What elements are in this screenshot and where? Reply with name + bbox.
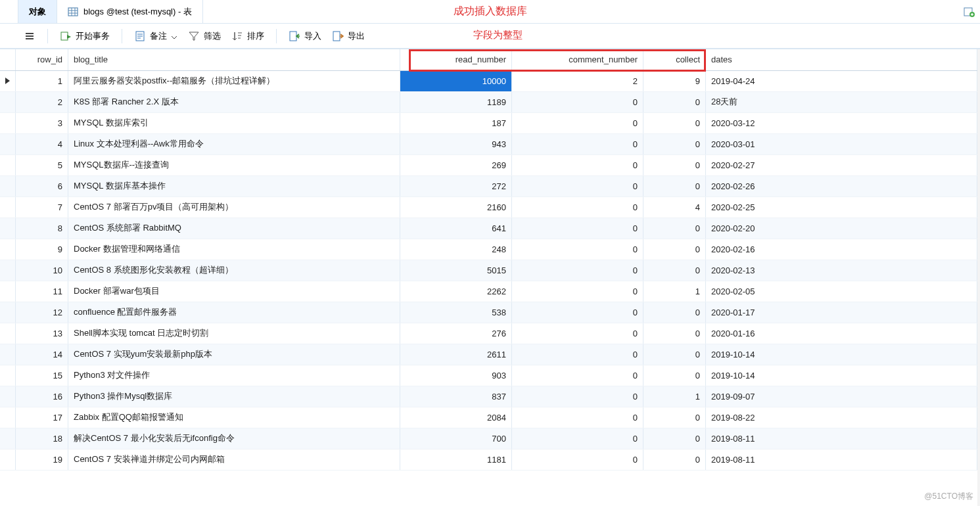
cell-blog-title[interactable]: CentOS 8 系统图形化安装教程（超详细） [68,260,400,281]
table-row[interactable]: 13Shell脚本实现 tomcat 日志定时切割276002020-01-16 [0,323,977,344]
cell-blog-title[interactable]: MYSQL 数据库基本操作 [68,175,400,196]
begin-transaction-button[interactable]: 开始事务 [55,28,115,45]
cell-comment-number[interactable]: 0 [512,260,643,281]
cell-row-id[interactable]: 6 [16,175,68,196]
cell-read-number[interactable]: 269 [400,154,512,175]
cell-read-number[interactable]: 187 [400,112,512,133]
cell-row-id[interactable]: 7 [16,196,68,218]
table-row[interactable]: 9Docker 数据管理和网络通信248002020-02-16 [0,239,977,260]
col-comment-number[interactable]: comment_number [512,49,643,70]
cell-collect[interactable]: 0 [643,175,706,196]
cell-collect[interactable]: 0 [643,218,706,239]
cell-collect[interactable]: 0 [643,344,706,365]
cell-collect[interactable]: 0 [643,112,706,133]
col-blog-title[interactable]: blog_title [68,49,400,70]
table-row[interactable]: 8CentOS 系统部署 RabbitMQ641002020-02-20 [0,218,977,239]
cell-comment-number[interactable]: 0 [512,449,643,470]
col-collect[interactable]: collect [643,49,706,70]
cell-collect[interactable]: 0 [643,133,706,154]
cell-dates[interactable]: 2019-10-14 [706,344,977,365]
col-row-id[interactable]: row_id [16,49,68,70]
cell-read-number[interactable]: 248 [400,239,512,260]
table-row[interactable]: 3MYSQL 数据库索引187002020-03-12 [0,112,977,133]
cell-comment-number[interactable]: 0 [512,365,643,386]
cell-blog-title[interactable]: Linux 文本处理利器--Awk常用命令 [68,133,400,154]
cell-row-id[interactable]: 19 [16,449,68,470]
table-row[interactable]: 5MYSQL数据库--连接查询269002020-02-27 [0,154,977,175]
table-row[interactable]: 10CentOS 8 系统图形化安装教程（超详细）5015002020-02-1… [0,260,977,281]
cell-collect[interactable]: 0 [643,154,706,175]
cell-row-id[interactable]: 17 [16,407,68,428]
cell-comment-number[interactable]: 0 [512,239,643,260]
cell-read-number[interactable]: 5015 [400,260,512,281]
cell-comment-number[interactable]: 0 [512,154,643,175]
cell-comment-number[interactable]: 0 [512,281,643,302]
table-row[interactable]: 15Python3 对文件操作903002019-10-14 [0,365,977,386]
cell-read-number[interactable]: 641 [400,218,512,239]
cell-comment-number[interactable]: 0 [512,133,643,154]
cell-dates[interactable]: 2020-02-27 [706,154,977,175]
cell-dates[interactable]: 2020-02-13 [706,260,977,281]
cell-comment-number[interactable]: 0 [512,112,643,133]
cell-read-number[interactable]: 2611 [400,344,512,365]
table-row[interactable]: 16Python3 操作Mysql数据库837012019-09-07 [0,386,977,407]
cell-blog-title[interactable]: K8S 部署 Rancher 2.X 版本 [68,91,400,112]
cell-blog-title[interactable]: CentOS 7 部署百万pv项目（高可用架构） [68,196,400,218]
cell-comment-number[interactable]: 0 [512,196,643,218]
cell-row-id[interactable]: 5 [16,154,68,175]
cell-blog-title[interactable]: MYSQL 数据库索引 [68,112,400,133]
import-button[interactable]: 导入 [283,28,327,45]
cell-row-id[interactable]: 2 [16,91,68,112]
cell-blog-title[interactable]: 解决CentOS 7 最小化安装后无ifconfig命令 [68,428,400,449]
table-row[interactable]: 6MYSQL 数据库基本操作272002020-02-26 [0,175,977,196]
cell-comment-number[interactable]: 0 [512,407,643,428]
table-row[interactable]: 14CentOS 7 实现yum安装最新php版本2611002019-10-1… [0,344,977,365]
cell-dates[interactable]: 2020-03-12 [706,112,977,133]
cell-row-id[interactable]: 16 [16,386,68,407]
table-row[interactable]: 1阿里云服务器安装postfix--邮箱服务（排坑过程详解）1000029201… [0,70,977,91]
cell-comment-number[interactable]: 0 [512,175,643,196]
cell-collect[interactable]: 0 [643,260,706,281]
cell-blog-title[interactable]: Python3 操作Mysql数据库 [68,386,400,407]
cell-blog-title[interactable]: 阿里云服务器安装postfix--邮箱服务（排坑过程详解） [68,70,400,91]
cell-row-id[interactable]: 8 [16,218,68,239]
table-row[interactable]: 4Linux 文本处理利器--Awk常用命令943002020-03-01 [0,133,977,154]
cell-row-id[interactable]: 3 [16,112,68,133]
cell-collect[interactable]: 0 [643,91,706,112]
cell-row-id[interactable]: 15 [16,365,68,386]
cell-comment-number[interactable]: 0 [512,428,643,449]
cell-collect[interactable]: 0 [643,302,706,323]
memo-button[interactable]: 备注 [129,28,183,45]
cell-read-number[interactable]: 903 [400,365,512,386]
table-row[interactable]: 18解决CentOS 7 最小化安装后无ifconfig命令700002019-… [0,428,977,449]
col-dates[interactable]: dates [706,49,977,70]
table-row[interactable]: 12confluence 配置邮件服务器538002020-01-17 [0,302,977,323]
cell-blog-title[interactable]: Shell脚本实现 tomcat 日志定时切割 [68,323,400,344]
table-row[interactable]: 2K8S 部署 Rancher 2.X 版本11890028天前 [0,91,977,112]
cell-row-id[interactable]: 4 [16,133,68,154]
cell-comment-number[interactable]: 0 [512,218,643,239]
cell-read-number[interactable]: 10000 [400,70,512,91]
cell-comment-number[interactable]: 0 [512,91,643,112]
cell-read-number[interactable]: 837 [400,386,512,407]
table-row[interactable]: 7CentOS 7 部署百万pv项目（高可用架构）2160042020-02-2… [0,196,977,218]
cell-row-id[interactable]: 10 [16,260,68,281]
sort-button[interactable]: 排序 [226,28,269,45]
table-row[interactable]: 19CentOS 7 安装禅道并绑定公司内网邮箱1181002019-08-11 [0,449,977,470]
cell-dates[interactable]: 2020-02-05 [706,281,977,302]
cell-dates[interactable]: 2020-01-16 [706,323,977,344]
cell-dates[interactable]: 2019-08-11 [706,449,977,470]
tab-table[interactable]: blogs @test (test-mysql) - 表 [57,0,203,23]
cell-read-number[interactable]: 2262 [400,281,512,302]
cell-dates[interactable]: 2019-08-11 [706,428,977,449]
cell-collect[interactable]: 0 [643,239,706,260]
cell-blog-title[interactable]: Docker 部署war包项目 [68,281,400,302]
cell-row-id[interactable]: 12 [16,302,68,323]
cell-row-id[interactable]: 11 [16,281,68,302]
cell-row-id[interactable]: 9 [16,239,68,260]
cell-read-number[interactable]: 2084 [400,407,512,428]
cell-blog-title[interactable]: CentOS 7 安装禅道并绑定公司内网邮箱 [68,449,400,470]
tab-objects[interactable]: 对象 [18,0,57,23]
cell-comment-number[interactable]: 2 [512,70,643,91]
cell-read-number[interactable]: 943 [400,133,512,154]
